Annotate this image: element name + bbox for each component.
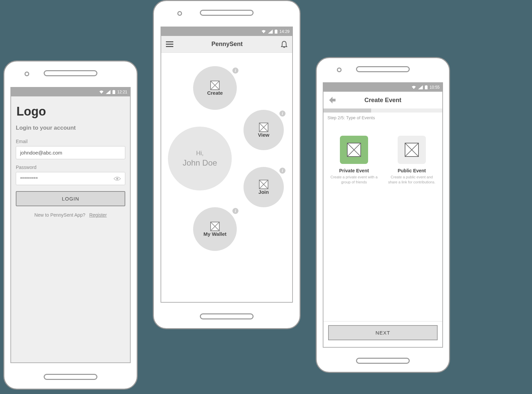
card-title: Private Event: [329, 168, 379, 173]
svg-rect-3: [275, 30, 277, 34]
wifi-icon: [261, 30, 266, 34]
login-button[interactable]: LOGIN: [16, 191, 125, 206]
bubble-label: My Wallet: [204, 231, 227, 237]
password-value: *********: [20, 176, 38, 181]
register-prompt: New to PennySent App?: [34, 212, 85, 218]
placeholder-icon: [259, 123, 268, 132]
eye-icon[interactable]: [114, 176, 121, 181]
bubble-wallet[interactable]: My Wallet: [193, 207, 237, 251]
battery-icon: [425, 85, 428, 89]
svg-rect-5: [166, 41, 173, 42]
email-field[interactable]: johndoe@abc.com: [16, 146, 125, 159]
progress-bar: Step 2/5: Type of Events: [323, 108, 442, 126]
info-icon[interactable]: i: [232, 68, 238, 74]
signal-icon: [106, 90, 110, 94]
card-tile: [340, 136, 368, 164]
card-title: Public Event: [387, 168, 437, 173]
bubble-create[interactable]: Create: [193, 66, 237, 110]
placeholder-icon: [405, 143, 419, 157]
page-title: Create Event: [364, 97, 401, 104]
divider: [323, 321, 442, 321]
password-field[interactable]: *********: [16, 172, 125, 185]
bubble-label: Create: [207, 90, 223, 96]
card-tile: [398, 136, 426, 164]
status-bar: 12:21: [11, 88, 130, 96]
greeting-bubble: Hi, John Doe: [168, 127, 232, 190]
svg-rect-7: [166, 46, 173, 47]
app-logo: Logo: [16, 104, 125, 119]
info-icon[interactable]: i: [232, 208, 238, 214]
bubble-label: View: [258, 132, 269, 138]
signal-icon: [418, 85, 423, 89]
next-button[interactable]: NEXT: [328, 325, 438, 340]
svg-rect-1: [113, 90, 115, 91]
email-label: Email: [16, 139, 125, 144]
svg-rect-4: [275, 30, 277, 30]
bubble-label: Join: [259, 189, 269, 195]
placeholder-icon: [347, 143, 361, 157]
app-bar: PennySent: [161, 36, 292, 53]
wifi-icon: [99, 90, 104, 94]
battery-icon: [113, 90, 115, 94]
password-label: Password: [16, 165, 125, 170]
register-link[interactable]: Register: [89, 212, 107, 218]
svg-rect-6: [166, 44, 173, 45]
email-value: johndoe@abc.com: [20, 150, 62, 156]
status-time: 10:55: [430, 85, 440, 90]
step-label: Step 2/5: Type of Events: [323, 113, 442, 126]
svg-rect-16: [425, 86, 428, 89]
bell-icon[interactable]: [281, 41, 287, 48]
bubble-view[interactable]: View: [243, 110, 284, 150]
info-icon[interactable]: i: [279, 168, 285, 174]
signal-icon: [268, 30, 273, 34]
svg-rect-0: [113, 90, 115, 94]
card-public-event[interactable]: Public Event Create a public event and s…: [387, 136, 437, 185]
progress-fill: [323, 108, 371, 113]
status-time: 12:21: [117, 90, 127, 94]
battery-icon: [275, 30, 277, 34]
bubble-join[interactable]: Join: [243, 167, 284, 207]
back-arrow-icon[interactable]: [327, 96, 336, 104]
placeholder-icon: [210, 81, 220, 90]
placeholder-icon: [259, 180, 268, 189]
phone-frame-create-event: 10:55 Create Event Step 2/5: Type of Eve…: [316, 57, 450, 373]
login-subtitle: Login to your account: [16, 125, 125, 131]
menu-icon[interactable]: [166, 41, 173, 47]
phone-frame-home: 14:29 PennySent Hi, John Doe: [153, 0, 301, 329]
card-desc: Create a public event and share a link f…: [387, 175, 437, 185]
status-time: 14:29: [279, 29, 290, 34]
placeholder-icon: [210, 222, 220, 231]
phone-frame-login: 12:21 Logo Login to your account Email j…: [3, 60, 138, 390]
status-bar: 10:55: [323, 83, 442, 92]
svg-point-2: [116, 178, 118, 180]
greeting-name: John Doe: [183, 158, 217, 168]
wifi-icon: [411, 85, 416, 89]
card-private-event[interactable]: Private Event Create a private event wit…: [329, 136, 379, 185]
card-desc: Create a private event with a group of f…: [329, 175, 379, 185]
app-title: PennySent: [211, 41, 242, 48]
info-icon[interactable]: i: [279, 111, 285, 117]
status-bar: 14:29: [161, 27, 292, 36]
svg-rect-17: [426, 85, 427, 86]
greeting-hi: Hi,: [196, 150, 204, 157]
